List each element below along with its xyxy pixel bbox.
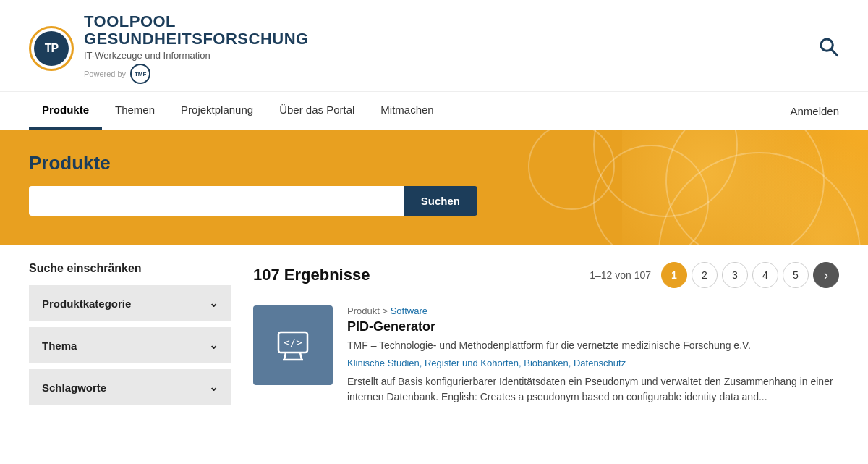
product-breadcrumb: Produkt > Software	[347, 305, 839, 316]
product-tags: Klinische Studien, Register und Kohorten…	[347, 358, 839, 368]
chevron-down-icon: ⌄	[209, 339, 218, 352]
svg-line-3	[284, 353, 286, 360]
product-info: Produkt > Software PID-Generator TMF – T…	[347, 305, 839, 405]
page-button-5[interactable]: 5	[783, 262, 809, 288]
nav-item-mitmachen[interactable]: Mitmachen	[367, 92, 446, 130]
hero-banner: Produkte Suchen	[0, 130, 868, 245]
chevron-down-icon: ⌄	[209, 381, 218, 394]
search-input[interactable]	[29, 186, 404, 216]
logo-circle: TP	[29, 26, 74, 71]
logo-inner: TP	[34, 31, 69, 66]
results-header: 107 Ergebnisse 1–12 von 107 1 2 3 4 5 ›	[253, 262, 839, 288]
page-button-1[interactable]: 1	[661, 262, 687, 288]
nav-item-produkte[interactable]: Produkte	[29, 92, 102, 130]
tmf-badge: TMF	[130, 64, 150, 84]
product-description: Erstellt auf Basis konfigurierbarer Iden…	[347, 374, 839, 405]
sidebar: Suche einschränken Produktkategorie ⌄ Th…	[29, 262, 231, 422]
logo-area: TP TOOLPOOL GESUNDHEITSFORSCHUNG IT-Werk…	[29, 13, 309, 84]
page-button-3[interactable]: 3	[722, 262, 748, 288]
nav-login[interactable]: Anmelden	[790, 93, 839, 129]
site-title-main: TOOLPOOL GESUNDHEITSFORSCHUNG	[84, 13, 309, 48]
svg-line-4	[300, 353, 302, 360]
logo-initials: TP	[45, 42, 58, 55]
results-area: Suche einschränken Produktkategorie ⌄ Th…	[0, 245, 868, 439]
product-thumbnail: </>	[253, 305, 333, 385]
site-header: TP TOOLPOOL GESUNDHEITSFORSCHUNG IT-Werk…	[0, 0, 868, 92]
page-button-4[interactable]: 4	[752, 262, 778, 288]
nav-item-ueber[interactable]: Über das Portal	[266, 92, 367, 130]
svg-text:</>: </>	[284, 337, 302, 348]
chevron-down-icon: ⌄	[209, 297, 218, 310]
product-card: </> Produkt > Software PID-Generator TMF…	[253, 305, 839, 422]
page-next-button[interactable]: ›	[813, 262, 839, 288]
search-bar: Suchen	[29, 186, 477, 216]
filter-thema: Thema ⌄	[29, 327, 231, 363]
site-subtitle: IT-Werkzeuge und Information	[84, 50, 309, 61]
search-button[interactable]: Suchen	[404, 186, 477, 216]
filter-produktkategorie-toggle[interactable]: Produktkategorie ⌄	[29, 285, 231, 321]
pagination-info: 1–12 von 107	[590, 269, 651, 281]
svg-line-1	[831, 49, 837, 55]
header-search-button[interactable]	[817, 35, 839, 62]
filter-schlagworte: Schlagworte ⌄	[29, 369, 231, 405]
product-organization: TMF – Technologie- und Methodenplattform…	[347, 339, 839, 353]
results-count: 107 Ergebnisse	[253, 266, 370, 284]
filter-thema-toggle[interactable]: Thema ⌄	[29, 327, 231, 363]
hero-decoration	[506, 130, 868, 245]
nav-item-projektplanung[interactable]: Projektplanung	[168, 92, 266, 130]
logo-text: TOOLPOOL GESUNDHEITSFORSCHUNG IT-Werkzeu…	[84, 13, 309, 84]
hero-title: Produkte	[29, 152, 839, 174]
breadcrumb-category-link[interactable]: Software	[391, 305, 427, 316]
product-icon: </>	[274, 326, 312, 364]
powered-by: Powered by TMF	[84, 64, 309, 84]
filter-schlagworte-toggle[interactable]: Schlagworte ⌄	[29, 369, 231, 405]
page-button-2[interactable]: 2	[692, 262, 718, 288]
main-content: 107 Ergebnisse 1–12 von 107 1 2 3 4 5 ›	[253, 262, 839, 422]
product-title[interactable]: PID-Generator	[347, 319, 839, 334]
filter-produktkategorie: Produktkategorie ⌄	[29, 285, 231, 321]
pagination: 1–12 von 107 1 2 3 4 5 ›	[590, 262, 839, 288]
main-nav: Produkte Themen Projektplanung Über das …	[0, 92, 868, 130]
nav-item-themen[interactable]: Themen	[102, 92, 168, 130]
sidebar-title: Suche einschränken	[29, 262, 231, 275]
